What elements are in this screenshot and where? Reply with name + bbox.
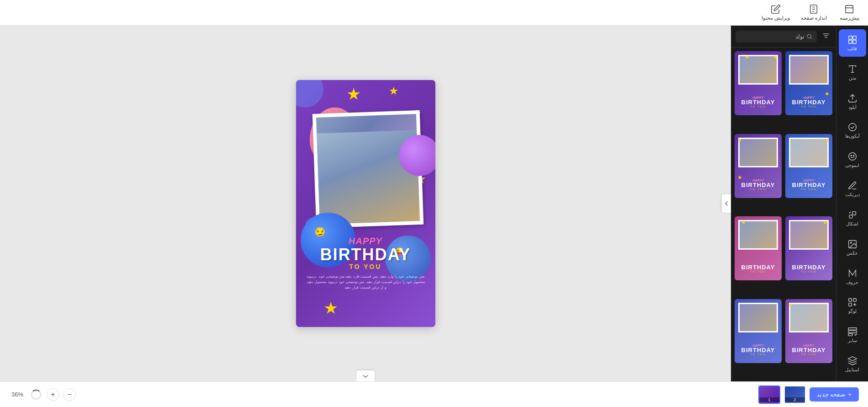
sidebar-item-emoji-label: ایموجی (845, 163, 859, 168)
toolbar-item-preview[interactable]: پیش‌زمینه (838, 4, 861, 21)
sidebar-item-icons-label: آیکون‌ها (845, 134, 860, 139)
templates-search-bar (731, 26, 836, 48)
toolbar-item-page-settings[interactable]: اندازه صفحه (801, 4, 827, 21)
page-thumb-2[interactable]: 2 (784, 386, 806, 404)
sidebar-item-other-label: سایر (848, 338, 857, 343)
sidebar-item-photo[interactable]: عکس (839, 234, 866, 261)
sidebar-item-draw[interactable]: دیریکت (839, 175, 866, 203)
sidebar-item-upload-label: آپلود (848, 105, 857, 110)
zoom-out-button[interactable]: − (63, 388, 76, 401)
template-text: HAPPY BIRTHDAY TO YOU (736, 179, 780, 191)
template-photo (790, 56, 827, 83)
template-item[interactable]: ★ BIRTHDAY TO YOU (735, 216, 782, 280)
bottom-bar: 36% + − + صفحه جدید 2 1 (0, 381, 868, 407)
search-input[interactable] (740, 33, 804, 40)
shapes-icon (847, 210, 857, 220)
sidebar-item-logo[interactable]: لوگو (839, 292, 866, 319)
templates-icon (847, 35, 857, 45)
sidebar-item-logo-label: لوگو (848, 309, 857, 314)
svg-rect-5 (848, 40, 852, 43)
svg-rect-19 (848, 328, 856, 330)
canvas-area: ★ ★ ★ ★ ★ ★ 😊 😏 (0, 26, 731, 381)
template-photo (790, 304, 827, 331)
svg-rect-16 (848, 299, 851, 301)
page-thumb-1[interactable]: 1 (758, 386, 780, 404)
sidebar-item-text[interactable]: متن (839, 59, 866, 86)
template-photo-frame (789, 303, 829, 332)
template-photo (740, 304, 777, 331)
page-thumbnails: + صفحه جدید 2 1 (758, 386, 859, 404)
sidebar-item-letters[interactable]: حروف (839, 263, 866, 290)
birthday-label: BIRTHDAY (305, 246, 426, 263)
template-star: ★ (823, 219, 828, 225)
template-item[interactable]: ★ HAPPY BIRTHDAY TO YOU (785, 299, 832, 363)
template-item[interactable]: ★ ★ HAPPY BIRTHDAY TO YOU (735, 134, 782, 198)
template-birthday: BIRTHDAY (736, 347, 780, 353)
template-star: ★ (741, 219, 746, 225)
filter-button[interactable] (820, 30, 831, 43)
svg-rect-4 (852, 36, 856, 39)
zoom-value: 36% (9, 391, 26, 398)
toolbar-item-edit-content-label: ویرایش محتوا (762, 15, 790, 21)
panel-toggle-button[interactable] (722, 194, 731, 213)
template-star: ★ (737, 137, 742, 143)
template-item[interactable]: ★ HAPPY BIRTHDAY TO YOU (785, 134, 832, 198)
template-star: ★ (788, 302, 793, 308)
template-text: HAPPY BIRTHDAY TO YOU (736, 344, 780, 356)
svg-rect-20 (848, 331, 856, 333)
logo-icon (847, 297, 857, 307)
birthday-text-block: HAPPY BIRTHDAY TO YOU متن توضیحی خود را … (296, 236, 435, 290)
template-item[interactable]: ★ HAPPY BIRTHDAY TO YOU (785, 51, 832, 115)
icon-sidebar: قالب متن آپلود آیکون‌ها (836, 26, 868, 381)
emoji-icon (847, 151, 857, 161)
template-photo-frame (738, 138, 778, 167)
sidebar-item-shapes[interactable]: اشکال (839, 204, 866, 232)
template-text: HAPPY BIRTHDAY TO YOU (787, 179, 831, 191)
blob-decoration-1 (296, 80, 323, 107)
instabill-icon (847, 356, 857, 366)
template-star: ★ (745, 54, 750, 60)
other-icon (847, 327, 857, 337)
template-photo (790, 139, 827, 166)
svg-point-11 (853, 155, 854, 156)
description-text: متن توضیحی خود را وارد دهید. متن قسمت فا… (305, 274, 426, 290)
templates-panel: ★ ★ HAPPY BIRTHDAY TO YOU ★ HAPPY BIRTHD… (731, 26, 836, 381)
toolbar-item-edit-content[interactable]: ویرایش محتوا (762, 4, 790, 21)
page-num-1: 1 (759, 397, 779, 402)
sidebar-item-shapes-label: اشکال (846, 221, 858, 226)
text-icon (847, 64, 857, 74)
template-birthday: BIRTHDAY (787, 99, 831, 105)
design-card-inner: ★ ★ ★ ★ ★ ★ 😊 😏 (296, 80, 435, 327)
svg-rect-3 (848, 36, 852, 39)
sidebar-item-icons[interactable]: آیکون‌ها (839, 117, 866, 144)
svg-point-8 (848, 123, 856, 131)
template-birthday: BIRTHDAY (736, 182, 780, 188)
template-photo-frame (789, 138, 829, 167)
template-item[interactable]: ★ BIRTHDAY TO YOU (785, 216, 832, 280)
template-photo-frame (789, 55, 829, 85)
design-card[interactable]: ★ ★ ★ ★ ★ ★ 😊 😏 (296, 80, 435, 327)
template-star: ★ (773, 54, 778, 60)
sidebar-item-templates[interactable]: قالب (839, 29, 866, 57)
toolbar: پیش‌زمینه اندازه صفحه ویرایش محتوا (0, 0, 868, 26)
to-you-label: TO YOU (305, 263, 426, 270)
svg-point-10 (851, 155, 852, 156)
svg-rect-21 (848, 334, 852, 336)
template-photo (740, 139, 777, 166)
sidebar-item-emoji[interactable]: ایموجی (839, 146, 866, 173)
bottom-expand-button[interactable] (356, 370, 375, 381)
add-page-button[interactable]: + صفحه جدید (810, 387, 859, 402)
template-text: HAPPY BIRTHDAY TO YOU (736, 96, 780, 108)
template-item[interactable]: HAPPY BIRTHDAY TO YOU (735, 299, 782, 363)
sidebar-item-upload[interactable]: آپلود (839, 88, 866, 115)
zoom-in-button[interactable]: + (47, 388, 59, 401)
sidebar-item-instabill[interactable]: استابیل (839, 350, 866, 378)
zoom-controls: 36% + − (9, 388, 76, 401)
template-birthday: BIRTHDAY (736, 99, 780, 105)
upload-icon (847, 93, 857, 103)
sidebar-item-other[interactable]: سایر (839, 321, 866, 348)
page-num-2: 2 (785, 397, 805, 402)
template-item[interactable]: ★ ★ HAPPY BIRTHDAY TO YOU (735, 51, 782, 115)
svg-point-9 (848, 153, 856, 161)
template-star: ★ (825, 137, 830, 143)
